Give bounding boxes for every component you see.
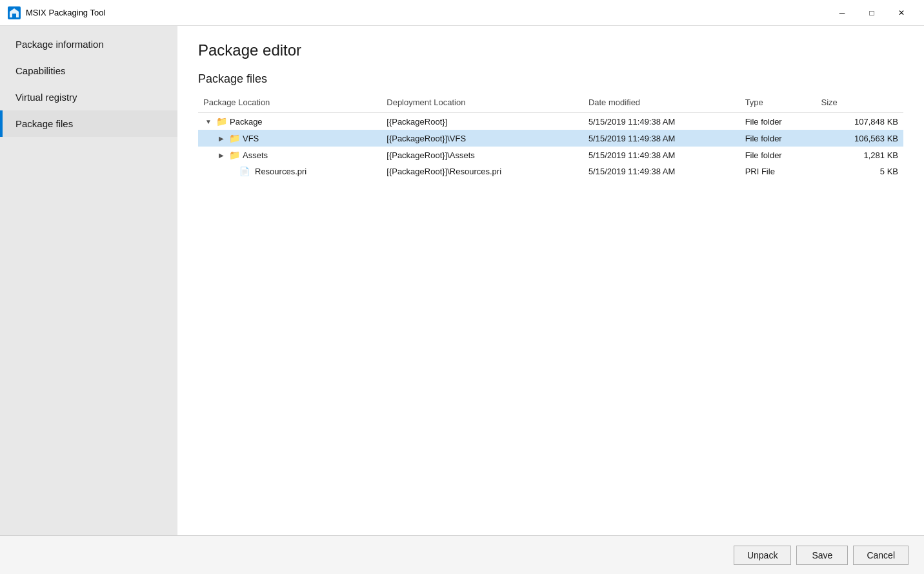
col-deployment: Deployment Location [381, 94, 583, 113]
sidebar-item-label: Virtual registry [15, 92, 77, 103]
col-size: Size [816, 94, 903, 113]
sidebar: Package information Capabilities Virtual… [0, 26, 177, 535]
row-size: 5 KB [816, 163, 903, 179]
maximize-button[interactable]: □ [857, 0, 887, 26]
titlebar: MSIX Packaging Tool ─ □ ✕ [0, 0, 924, 26]
table-row[interactable]: ▼ 📁 Package [{PackageRoot}] 5/15/2019 11… [198, 113, 903, 130]
row-name: Assets [243, 150, 268, 160]
row-name: VFS [243, 134, 259, 143]
folder-icon: 📁 [229, 150, 240, 160]
row-type: File folder [740, 130, 816, 147]
unpack-button[interactable]: Unpack [734, 546, 791, 565]
main-layout: Package information Capabilities Virtual… [0, 26, 924, 535]
file-icon: 📄 [239, 167, 250, 176]
cancel-button[interactable]: Cancel [853, 546, 909, 565]
sidebar-item-label: Package files [15, 118, 73, 129]
row-type: PRI File [740, 163, 816, 179]
row-type: File folder [740, 147, 816, 163]
row-type: File folder [740, 113, 816, 130]
expand-icon[interactable]: ▶ [216, 150, 226, 160]
app-title: MSIX Packaging Tool [26, 8, 827, 17]
minimize-button[interactable]: ─ [827, 0, 857, 26]
expand-icon[interactable]: ▶ [216, 133, 226, 143]
row-deployment: [{PackageRoot}]\Assets [381, 147, 583, 163]
col-type: Type [740, 94, 816, 113]
svg-rect-3 [12, 14, 16, 17]
row-name: Resources.pri [255, 167, 306, 176]
window-controls: ─ □ ✕ [827, 0, 916, 26]
sidebar-item-label: Capabilities [15, 65, 66, 76]
close-button[interactable]: ✕ [887, 0, 916, 26]
sidebar-item-capabilities[interactable]: Capabilities [0, 57, 177, 84]
row-date: 5/15/2019 11:49:38 AM [583, 130, 740, 147]
page-title: Package editor [198, 41, 903, 59]
row-date: 5/15/2019 11:49:38 AM [583, 113, 740, 130]
row-deployment: [{PackageRoot}] [381, 113, 583, 130]
table-row[interactable]: 📄 Resources.pri [{PackageRoot}]\Resource… [198, 163, 903, 179]
sidebar-item-package-files[interactable]: Package files [0, 110, 177, 137]
row-deployment: [{PackageRoot}]\VFS [381, 130, 583, 147]
save-button[interactable]: Save [796, 546, 848, 565]
table-row[interactable]: ▶ 📁 Assets [{PackageRoot}]\Assets 5/15/2… [198, 147, 903, 163]
row-date: 5/15/2019 11:49:38 AM [583, 163, 740, 179]
file-table: Package Location Deployment Location Dat… [198, 94, 903, 179]
content-area: Package editor Package files Package Loc… [177, 26, 924, 535]
row-size: 106,563 KB [816, 130, 903, 147]
sidebar-item-virtual-registry[interactable]: Virtual registry [0, 84, 177, 110]
folder-icon: 📁 [216, 116, 227, 127]
sidebar-item-label: Package information [15, 39, 104, 50]
row-size: 1,281 KB [816, 147, 903, 163]
collapse-icon[interactable]: ▼ [203, 116, 214, 127]
row-size: 107,848 KB [816, 113, 903, 130]
section-title: Package files [198, 72, 903, 86]
col-date-modified: Date modified [583, 94, 740, 113]
row-date: 5/15/2019 11:49:38 AM [583, 147, 740, 163]
sidebar-item-package-information[interactable]: Package information [0, 31, 177, 57]
col-location: Package Location [198, 94, 381, 113]
app-icon [8, 6, 21, 19]
row-deployment: [{PackageRoot}]\Resources.pri [381, 163, 583, 179]
row-name: Package [230, 117, 263, 127]
folder-icon: 📁 [229, 133, 240, 143]
footer: Unpack Save Cancel [0, 535, 924, 574]
table-row[interactable]: ▶ 📁 VFS [{PackageRoot}]\VFS 5/15/2019 11… [198, 130, 903, 147]
